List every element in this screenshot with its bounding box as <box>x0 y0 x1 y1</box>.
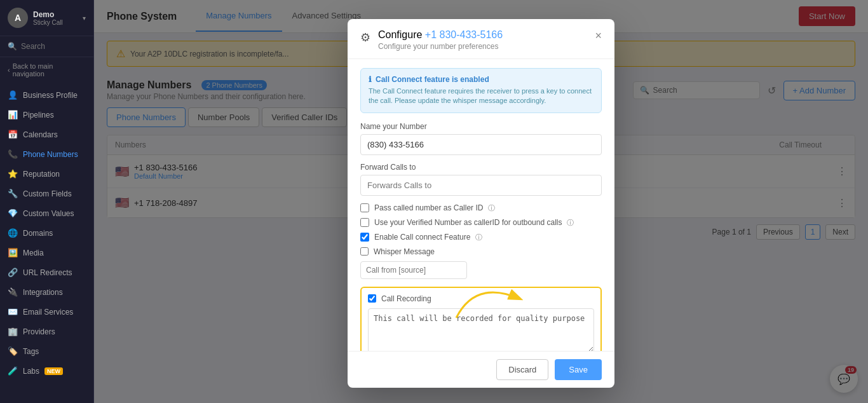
modal-header: ⚙ Configure +1 830-433-5166 Configure yo… <box>348 19 614 59</box>
sidebar-item-label: Media <box>23 249 44 257</box>
info-circle-icon: ℹ <box>369 75 372 84</box>
sidebar-item-label: URL Redirects <box>23 268 72 277</box>
modal-phone-number-value: +1 830-433-5166 <box>425 29 503 40</box>
checkbox-enable-call-connect: Enable Call connect Feature ⓘ <box>360 233 602 242</box>
sidebar-item-phone-numbers[interactable]: 📞 Phone Numbers <box>0 144 93 164</box>
sidebar: A Demo Sticky Call ▾ 🔍 ⌘K ⚡ ‹ Back to ma… <box>0 0 94 403</box>
reputation-icon: ⭐ <box>8 169 18 179</box>
forward-calls-group: Forward Calls to <box>360 163 602 196</box>
info-icon: ⓘ <box>567 218 574 228</box>
sidebar-item-calendars[interactable]: 📅 Calendars <box>0 125 93 144</box>
integrations-icon: 🔌 <box>8 287 18 297</box>
forward-calls-label: Forward Calls to <box>360 163 602 172</box>
info-banner-text: The Call Connect feature requires the re… <box>369 86 593 106</box>
sidebar-item-label: Business Profile <box>23 91 78 100</box>
modal-overlay: ⚙ Configure +1 830-433-5166 Configure yo… <box>94 0 868 403</box>
business-profile-icon: 👤 <box>8 90 18 100</box>
discard-button[interactable]: Discard <box>496 359 548 380</box>
sidebar-item-labs[interactable]: 🧪 Labs NEW <box>0 361 93 381</box>
pass-caller-id-checkbox[interactable] <box>360 203 369 212</box>
modal-close-button[interactable]: × <box>595 29 602 43</box>
sidebar-item-label: Pipelines <box>23 111 54 120</box>
sidebar-item-label: Calendars <box>23 130 58 139</box>
phone-numbers-icon: 📞 <box>8 149 18 159</box>
sidebar-item-label: Reputation <box>23 170 60 179</box>
info-icon: ⓘ <box>475 233 482 242</box>
name-number-group: Name your Number <box>360 122 602 155</box>
modal-body: ℹ Call Connect feature is enabled The Ca… <box>348 59 614 351</box>
sidebar-item-label: Labs <box>23 367 39 376</box>
sidebar-item-reputation[interactable]: ⭐ Reputation <box>0 164 93 184</box>
sidebar-item-custom-values[interactable]: 💎 Custom Values <box>0 203 93 223</box>
whisper-input-group <box>360 261 602 279</box>
custom-values-icon: 💎 <box>8 208 18 218</box>
tags-icon: 🏷️ <box>8 346 18 356</box>
gear-icon: ⚙ <box>360 31 370 44</box>
providers-icon: 🏢 <box>8 327 18 336</box>
sidebar-item-tags[interactable]: 🏷️ Tags <box>0 341 93 361</box>
sidebar-item-url-redirects[interactable]: 🔗 URL Redirects <box>0 263 93 282</box>
sidebar-item-label: Email Services <box>23 308 73 317</box>
calendars-icon: 📅 <box>8 130 18 139</box>
modal-subtitle: Configure your number preferences <box>378 42 587 51</box>
labs-new-badge: NEW <box>44 367 63 375</box>
checkbox-verified-caller-id: Use your Verified Number as callerID for… <box>360 218 602 228</box>
sidebar-header[interactable]: A Demo Sticky Call ▾ <box>0 0 93 36</box>
chevron-down-icon: ▾ <box>83 15 86 22</box>
enable-call-connect-checkbox[interactable] <box>360 233 369 242</box>
whisper-message-checkbox[interactable] <box>360 247 369 256</box>
sidebar-nav: 👤 Business Profile 📊 Pipelines 📅 Calenda… <box>0 83 93 403</box>
enable-call-connect-label: Enable Call connect Feature <box>374 233 470 242</box>
modal-title: Configure +1 830-433-5166 <box>378 29 587 41</box>
checkbox-pass-caller-id: Pass called number as Caller ID ⓘ <box>360 203 602 213</box>
sidebar-search-container: 🔍 ⌘K ⚡ <box>0 36 93 57</box>
sidebar-item-label: Domains <box>23 229 53 238</box>
sidebar-item-custom-fields[interactable]: 🔧 Custom Fields <box>0 184 93 203</box>
info-banner: ℹ Call Connect feature is enabled The Ca… <box>360 68 602 113</box>
modal-title-block: Configure +1 830-433-5166 Configure your… <box>378 29 587 51</box>
sidebar-item-integrations[interactable]: 🔌 Integrations <box>0 282 93 302</box>
sidebar-item-providers[interactable]: 🏢 Providers <box>0 322 93 341</box>
verified-caller-id-checkbox[interactable] <box>360 218 369 227</box>
account-sub: Sticky Call <box>33 19 78 26</box>
whisper-input[interactable] <box>360 261 467 279</box>
sidebar-item-email-services[interactable]: ✉️ Email Services <box>0 302 93 322</box>
main-content: Phone System Manage Numbers Advanced Set… <box>94 0 868 403</box>
name-number-label: Name your Number <box>360 122 602 131</box>
email-services-icon: ✉️ <box>8 307 18 317</box>
back-to-main-nav[interactable]: ‹ Back to main navigation <box>0 57 93 83</box>
call-recording-checkbox[interactable] <box>368 294 376 303</box>
whisper-message-row: Whisper Message <box>360 247 602 256</box>
sidebar-account: Demo Sticky Call <box>33 10 78 26</box>
verified-caller-id-label: Use your Verified Number as callerID for… <box>374 218 562 227</box>
pipelines-icon: 📊 <box>8 110 18 120</box>
custom-fields-icon: 🔧 <box>8 189 18 198</box>
account-name: Demo <box>33 10 78 19</box>
save-button[interactable]: Save <box>555 359 602 380</box>
sidebar-item-domains[interactable]: 🌐 Domains <box>0 223 93 243</box>
sidebar-item-pipelines[interactable]: 📊 Pipelines <box>0 105 93 125</box>
chevron-left-icon: ‹ <box>8 66 10 74</box>
sidebar-item-label: Integrations <box>23 288 63 297</box>
media-icon: 🖼️ <box>8 248 18 257</box>
call-recording-textarea[interactable]: This call will be recorded for quality p… <box>368 308 594 351</box>
name-number-input[interactable] <box>360 134 602 155</box>
forward-calls-input[interactable] <box>360 175 602 196</box>
whisper-message-label: Whisper Message <box>374 247 435 256</box>
sidebar-item-media[interactable]: 🖼️ Media <box>0 243 93 263</box>
avatar: A <box>8 8 28 28</box>
sidebar-item-label: Custom Fields <box>23 189 72 198</box>
call-recording-header: Call Recording <box>368 294 594 303</box>
modal-footer: Discard Save <box>348 351 614 388</box>
sidebar-item-label: Providers <box>23 327 55 336</box>
sidebar-item-business-profile[interactable]: 👤 Business Profile <box>0 85 93 105</box>
call-recording-label: Call Recording <box>381 294 431 303</box>
info-icon: ⓘ <box>488 203 495 213</box>
pass-caller-id-label: Pass called number as Caller ID <box>374 203 483 212</box>
domains-icon: 🌐 <box>8 228 18 238</box>
configure-modal: ⚙ Configure +1 830-433-5166 Configure yo… <box>348 19 614 388</box>
search-icon: 🔍 <box>8 42 17 51</box>
sidebar-item-label: Tags <box>23 347 39 356</box>
sidebar-item-label: Phone Numbers <box>23 150 78 159</box>
url-redirects-icon: 🔗 <box>8 268 18 277</box>
